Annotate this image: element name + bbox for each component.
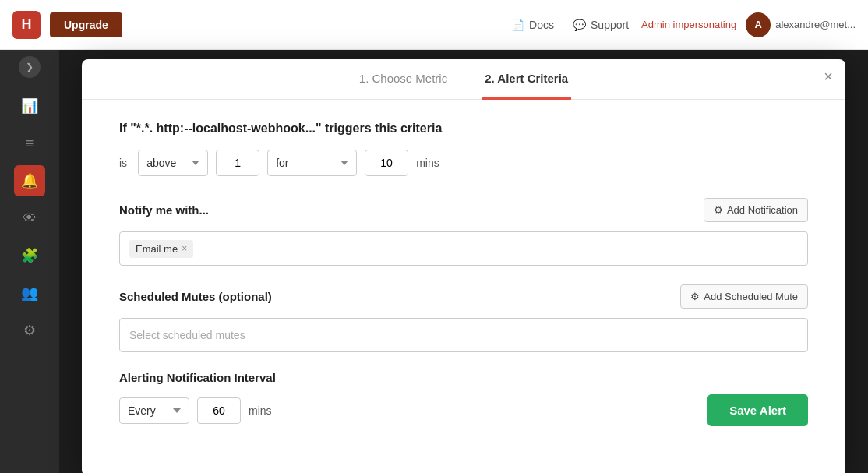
duration-input[interactable] bbox=[365, 150, 408, 176]
save-alert-button[interactable]: Save Alert bbox=[707, 394, 808, 426]
sidebar-item-eye[interactable]: 👁 bbox=[14, 203, 45, 234]
condition-select[interactable]: above below equal to bbox=[138, 150, 208, 176]
user-email: alexandre@met... bbox=[775, 19, 856, 30]
notify-title: Notify me with... bbox=[119, 203, 209, 217]
email-tag: Email me × bbox=[129, 240, 193, 258]
interval-frequency-select[interactable]: Every Once bbox=[119, 397, 189, 424]
trigger-title: If "*.*. http:--localhost-webhook..." tr… bbox=[119, 122, 808, 136]
modal-body: If "*.*. http:--localhost-webhook..." tr… bbox=[82, 100, 845, 473]
sidebar-item-list[interactable]: ≡ bbox=[14, 128, 45, 159]
chevron-right-icon: ❯ bbox=[26, 62, 34, 72]
notify-section-header: Notify me with... Add Notification bbox=[119, 198, 808, 222]
gear-icon-mute bbox=[690, 291, 700, 302]
interval-row: Every Once mins Save Alert bbox=[119, 394, 808, 426]
tab-choose-metric[interactable]: 1. Choose Metric bbox=[356, 59, 450, 100]
admin-impersonating-label: Admin impersonating bbox=[641, 19, 736, 30]
docs-icon: 📄 bbox=[511, 19, 524, 31]
mutes-section-header: Scheduled Mutes (optional) Add Scheduled… bbox=[119, 284, 808, 309]
add-scheduled-mute-button[interactable]: Add Scheduled Mute bbox=[680, 284, 808, 309]
add-notification-button[interactable]: Add Notification bbox=[704, 198, 808, 222]
modal: × 1. Choose Metric 2. Alert Criteria If … bbox=[82, 59, 845, 473]
for-select[interactable]: for immediately bbox=[267, 150, 357, 176]
modal-tabs: 1. Choose Metric 2. Alert Criteria bbox=[82, 59, 845, 100]
tab-alert-criteria[interactable]: 2. Alert Criteria bbox=[482, 59, 571, 100]
mutes-placeholder: Select scheduled mutes bbox=[129, 329, 245, 341]
email-tag-label: Email me bbox=[136, 243, 178, 255]
sidebar-item-users[interactable]: 👥 bbox=[14, 277, 45, 309]
logo: H bbox=[12, 11, 41, 39]
modal-overlay: × 1. Choose Metric 2. Alert Criteria If … bbox=[59, 50, 868, 473]
support-link[interactable]: 💬 Support bbox=[573, 19, 629, 31]
duration-unit: mins bbox=[416, 157, 439, 169]
sidebar-item-integrations[interactable]: 🧩 bbox=[14, 240, 45, 271]
interval-value-input[interactable] bbox=[197, 397, 241, 424]
email-tag-remove[interactable]: × bbox=[182, 244, 187, 253]
nav-links: 📄 Docs 💬 Support bbox=[511, 19, 629, 31]
modal-close-button[interactable]: × bbox=[824, 69, 833, 84]
sidebar-toggle[interactable]: ❯ bbox=[19, 56, 41, 78]
interval-section: Alerting Notification Interval Every Onc… bbox=[119, 371, 808, 426]
threshold-input[interactable] bbox=[216, 150, 259, 176]
sidebar-item-notifications[interactable]: 🔔 bbox=[14, 165, 45, 196]
gear-icon bbox=[714, 204, 723, 216]
trigger-row: is above below equal to for immediately … bbox=[119, 150, 808, 176]
interval-unit: mins bbox=[249, 404, 272, 417]
sidebar-item-settings[interactable]: ⚙ bbox=[14, 315, 45, 346]
upgrade-button[interactable]: Upgrade bbox=[50, 12, 122, 37]
is-label: is bbox=[119, 157, 127, 169]
mutes-title: Scheduled Mutes (optional) bbox=[119, 290, 272, 303]
interval-title: Alerting Notification Interval bbox=[119, 371, 276, 384]
sidebar: ❯ 📊 ≡ 🔔 👁 🧩 👥 ⚙ bbox=[0, 50, 59, 473]
main-content: × 1. Choose Metric 2. Alert Criteria If … bbox=[59, 50, 868, 473]
mutes-input-area[interactable]: Select scheduled mutes bbox=[119, 318, 808, 352]
docs-link[interactable]: 📄 Docs bbox=[511, 19, 554, 31]
sidebar-item-chart[interactable]: 📊 bbox=[14, 90, 45, 122]
navbar: H Upgrade 📄 Docs 💬 Support Admin imperso… bbox=[0, 0, 868, 50]
notification-tags-area[interactable]: Email me × bbox=[119, 231, 808, 266]
avatar: A bbox=[746, 12, 771, 37]
support-icon: 💬 bbox=[573, 19, 586, 31]
